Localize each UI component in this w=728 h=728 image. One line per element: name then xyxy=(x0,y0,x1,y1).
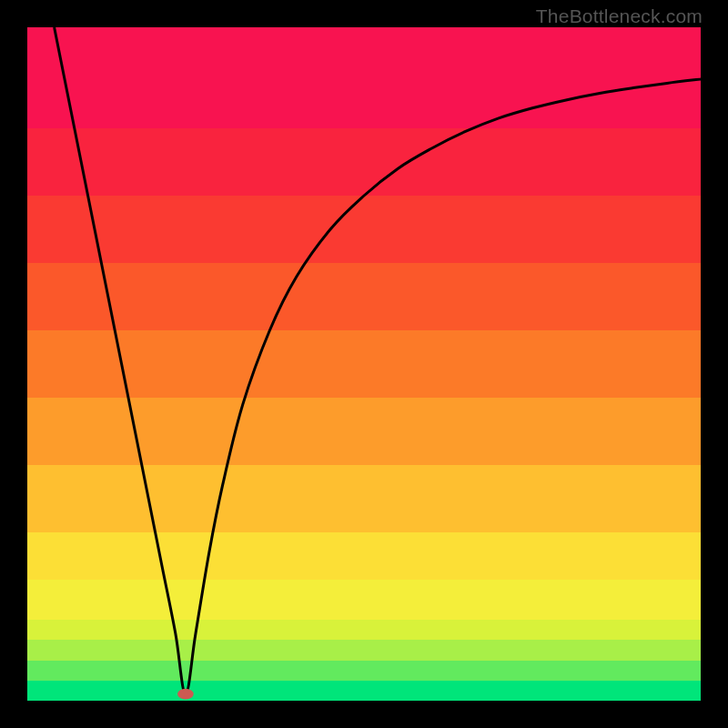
minimum-marker xyxy=(177,689,194,700)
chart-canvas xyxy=(27,27,701,701)
plot-area xyxy=(27,27,701,701)
watermark-text: TheBottleneck.com xyxy=(536,5,703,27)
gradient-background xyxy=(27,27,701,701)
chart-frame: TheBottleneck.com xyxy=(0,0,728,728)
